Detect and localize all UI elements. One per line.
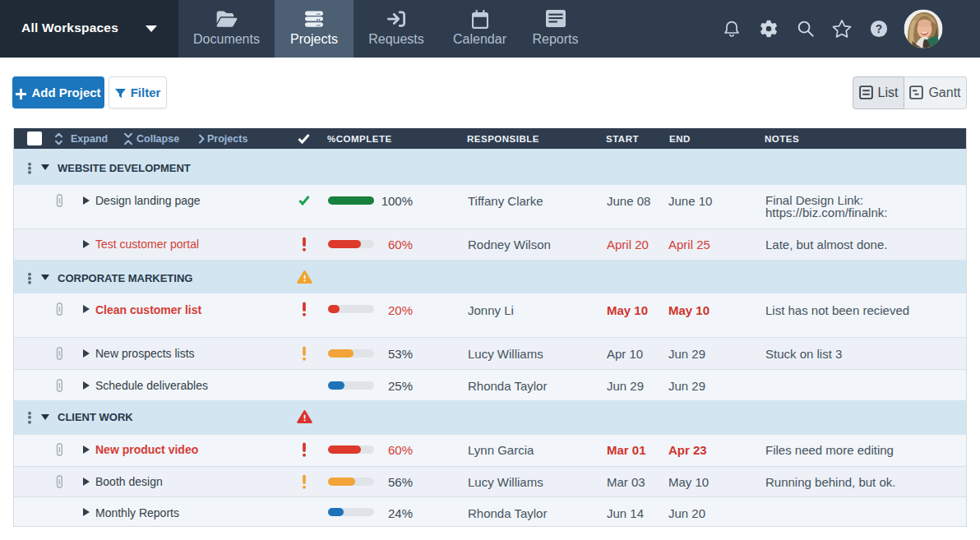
svg-text:?: ? [876, 23, 882, 35]
